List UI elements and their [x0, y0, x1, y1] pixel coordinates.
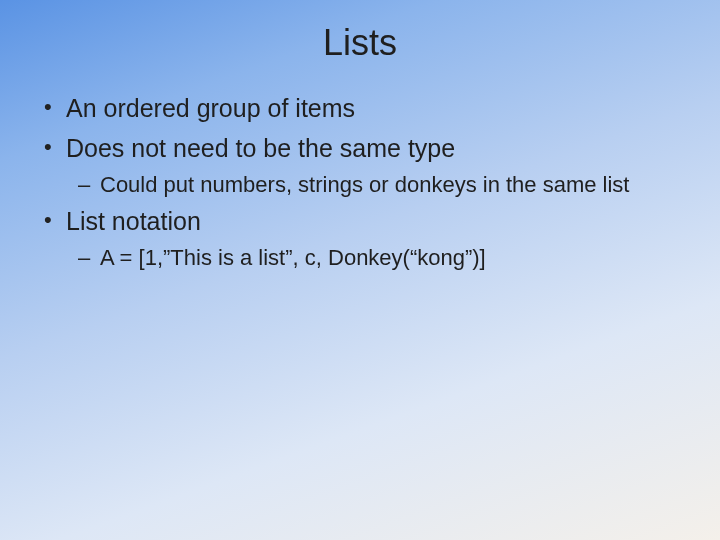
list-item-text: An ordered group of items [66, 94, 355, 122]
sub-list-item: Could put numbers, strings or donkeys in… [100, 170, 682, 200]
bullet-list: An ordered group of items Does not need … [38, 92, 682, 273]
list-item-text: List notation [66, 207, 201, 235]
sub-list: A = [1,”This is a list”, c, Donkey(“kong… [66, 243, 682, 273]
slide-title: Lists [38, 22, 682, 64]
sub-list-item: A = [1,”This is a list”, c, Donkey(“kong… [100, 243, 682, 273]
list-item: List notation A = [1,”This is a list”, c… [66, 205, 682, 272]
sub-list-item-text: Could put numbers, strings or donkeys in… [100, 172, 629, 197]
sub-list: Could put numbers, strings or donkeys in… [66, 170, 682, 200]
list-item: Does not need to be the same type Could … [66, 132, 682, 199]
list-item: An ordered group of items [66, 92, 682, 126]
sub-list-item-text: A = [1,”This is a list”, c, Donkey(“kong… [100, 245, 486, 270]
slide: Lists An ordered group of items Does not… [0, 0, 720, 540]
list-item-text: Does not need to be the same type [66, 134, 455, 162]
